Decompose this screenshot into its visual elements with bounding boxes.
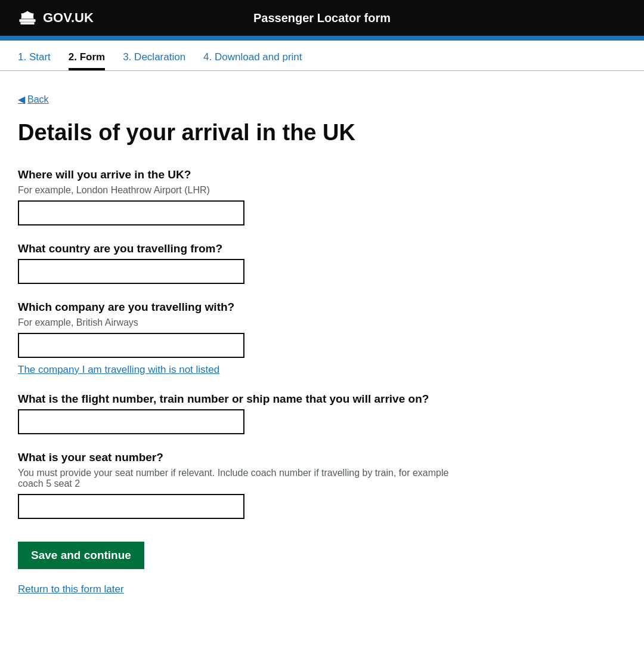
step-download[interactable]: 4. Download and print [203,51,302,70]
svg-rect-0 [19,19,35,21]
label-seat-number: What is your seat number? [18,451,459,464]
step-start[interactable]: 1. Start [18,51,51,70]
hint-seat-number: You must provide your seat number if rel… [18,468,459,489]
site-header: GOV.UK Passenger Locator form [0,0,644,36]
back-arrow-icon: ◀ [18,94,25,105]
arrival-form: Where will you arrive in the UK? For exa… [18,168,459,595]
back-link-text: Back [27,94,49,105]
label-flight-number: What is the flight number, train number … [18,393,459,406]
label-company: Which company are you travelling with? [18,301,459,314]
label-arrival-location: Where will you arrive in the UK? [18,168,459,181]
hint-arrival-location: For example, London Heathrow Airport (LH… [18,185,459,196]
input-flight-number[interactable] [18,409,244,434]
save-continue-button[interactable]: Save and continue [18,542,144,569]
field-seat-number: What is your seat number? You must provi… [18,451,459,519]
page-title: Details of your arrival in the UK [18,119,459,147]
input-seat-number[interactable] [18,494,244,519]
input-arrival-location[interactable] [18,200,244,225]
company-not-listed-link[interactable]: The company I am travelling with is not … [18,364,219,376]
header-title: Passenger Locator form [221,11,423,25]
step-form[interactable]: 2. Form [69,51,105,70]
return-link[interactable]: Return to this form later [18,583,124,595]
gov-logo: GOV.UK [18,10,221,26]
field-flight-number: What is the flight number, train number … [18,393,459,434]
label-country-from: What country are you travelling from? [18,242,459,255]
input-company[interactable] [18,333,244,358]
input-country-from[interactable] [18,259,244,284]
blue-bar [0,36,644,41]
back-link[interactable]: ◀ Back [18,94,49,105]
svg-rect-1 [20,22,34,24]
field-arrival-location: Where will you arrive in the UK? For exa… [18,168,459,225]
step-declaration[interactable]: 3. Declaration [123,51,185,70]
crown-icon [18,10,37,26]
field-country-from: What country are you travelling from? [18,242,459,284]
hint-company: For example, British Airways [18,317,459,328]
main-content: ◀ Back Details of your arrival in the UK… [0,71,477,619]
progress-nav: 1. Start 2. Form 3. Declaration 4. Downl… [0,41,644,71]
field-company: Which company are you travelling with? F… [18,301,459,376]
logo-text: GOV.UK [43,10,94,26]
